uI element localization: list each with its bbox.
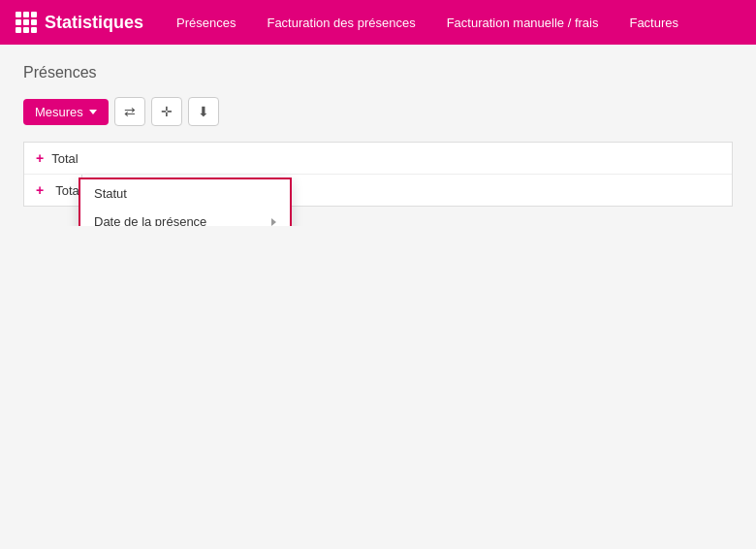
download-icon: ⬇ (198, 104, 209, 119)
filter-button[interactable]: ⇄ (114, 97, 145, 126)
dropdown-menu: Statut Date de la présence Enfant Erreur… (79, 178, 292, 226)
nav-link-factures[interactable]: Factures (615, 4, 692, 42)
data-row: + Total Statut Date de la présence Enfan… (24, 175, 732, 206)
dropdown-inner: Statut Date de la présence Enfant Erreur… (79, 178, 292, 226)
page-content: Présences Mesures ⇄ ✛ ⬇ + Total + Total (0, 45, 756, 226)
navbar: Statistiques Présences Facturation des p… (0, 0, 756, 45)
dropdown-item-date-presence[interactable]: Date de la présence (80, 208, 290, 226)
mesures-button[interactable]: Mesures (23, 99, 109, 125)
download-button[interactable]: ⬇ (188, 97, 219, 126)
table-total-label: Total (51, 151, 78, 166)
nav-link-presences[interactable]: Présences (163, 4, 249, 42)
table-area: + Total + Total Statut Date de la présen… (23, 142, 733, 207)
mesures-label: Mesures (35, 105, 83, 119)
table-header-row: + Total (24, 143, 732, 175)
add-icon: ✛ (161, 104, 173, 119)
grid-icon (16, 12, 37, 33)
add-button[interactable]: ✛ (151, 97, 182, 126)
table-plus-button[interactable]: + (36, 150, 44, 166)
chevron-right-icon (271, 218, 276, 226)
brand-title: Statistiques (45, 13, 143, 33)
toolbar: Mesures ⇄ ✛ ⬇ (23, 97, 733, 126)
sidebar-col: + Total (24, 175, 82, 206)
nav-link-facturation-presences[interactable]: Facturation des présences (253, 4, 428, 42)
nav-links: Présences Facturation des présences Fact… (163, 4, 692, 42)
page-title: Présences (23, 64, 733, 81)
nav-link-facturation-manuelle[interactable]: Facturation manuelle / frais (433, 4, 613, 42)
sidebar-plus[interactable]: + (36, 182, 44, 198)
mesures-dropdown-arrow (89, 110, 97, 114)
filter-icon: ⇄ (124, 104, 136, 119)
brand: Statistiques (16, 12, 143, 33)
dropdown-item-statut[interactable]: Statut (80, 179, 290, 208)
